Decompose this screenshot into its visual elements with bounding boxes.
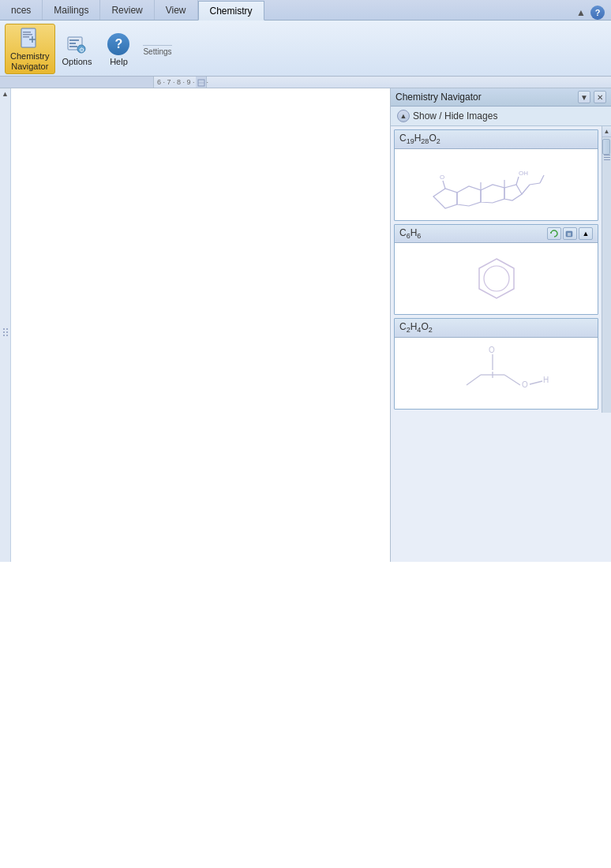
- settings-group-label: Settings: [143, 45, 171, 56]
- compound-entry-1: C19H28O2: [394, 129, 598, 220]
- panel-title-buttons: ▼ ✕: [578, 91, 606, 103]
- svg-line-18: [522, 185, 530, 194]
- compound-2-buttons: ▲: [547, 227, 593, 240]
- options-label: Options: [62, 57, 92, 67]
- chemistry-navigator-label: Chemistry Navigator: [10, 51, 50, 72]
- scroll-grip-lines: [604, 155, 610, 160]
- svg-text:H: H: [543, 376, 549, 384]
- ribbon-content: Chemistry Navigator ⚙ Options ?: [0, 21, 611, 76]
- panel-scroll-up[interactable]: ▲: [602, 126, 612, 137]
- show-hide-images[interactable]: ▲ Show / Hide Images: [391, 107, 611, 126]
- compound-entry-3: C2H4O2 O: [394, 318, 598, 409]
- svg-marker-17: [504, 185, 522, 200]
- panel-title: Chemistry Navigator: [395, 92, 482, 103]
- svg-text:O: O: [440, 174, 444, 181]
- compound-2-collapse-button[interactable]: ▲: [579, 227, 593, 240]
- document-area: [11, 88, 390, 562]
- svg-text:O: O: [489, 346, 495, 354]
- svg-line-21: [516, 177, 519, 185]
- svg-rect-8: [69, 43, 76, 44]
- ribbon-help-icon[interactable]: ?: [590, 6, 605, 20]
- tab-review[interactable]: Review: [100, 0, 154, 20]
- svg-rect-1: [23, 32, 31, 33]
- panel-scrollbar[interactable]: ▲: [602, 126, 611, 412]
- svg-line-19: [530, 183, 540, 185]
- compound-2-header: C6H6: [395, 225, 598, 243]
- main-area: ▲: [0, 88, 611, 562]
- info-icon: [565, 229, 575, 238]
- svg-text:⚙: ⚙: [79, 47, 84, 54]
- tab-chemistry[interactable]: Chemistry: [198, 1, 264, 21]
- help-icon: ?: [106, 32, 131, 57]
- compound-3-image: O O H: [395, 338, 598, 409]
- acetic-acid-molecule-svg: O O H: [433, 342, 560, 405]
- tab-nces[interactable]: nces: [0, 0, 43, 20]
- svg-marker-14: [433, 189, 457, 208]
- help-label: Help: [110, 57, 128, 67]
- svg-rect-9: [69, 46, 77, 47]
- compound-3-formula: C2H4O2: [399, 321, 433, 334]
- svg-line-41: [467, 375, 481, 385]
- benzene-molecule-svg: [457, 247, 536, 310]
- panel-titlebar: Chemistry Navigator ▼ ✕: [391, 88, 611, 107]
- svg-rect-0: [21, 28, 36, 47]
- compound-2-formula: C6H6: [399, 227, 421, 240]
- steroid-molecule-svg: OH O: [418, 153, 575, 216]
- compound-3-header: C2H4O2: [395, 319, 598, 337]
- show-hide-icon: ▲: [397, 110, 410, 122]
- left-scrollbar[interactable]: ▲: [0, 88, 11, 562]
- tab-mailings[interactable]: Mailings: [43, 0, 100, 20]
- svg-rect-7: [69, 39, 79, 41]
- svg-line-37: [504, 375, 520, 385]
- svg-line-20: [540, 175, 544, 183]
- compound-1-formula: C19H28O2: [399, 133, 440, 145]
- svg-marker-16: [481, 185, 504, 203]
- options-button[interactable]: ⚙ Options: [57, 29, 98, 69]
- panel-dropdown-button[interactable]: ▼: [578, 91, 590, 103]
- ruler-content: 6 · 7 · 8 · 9 · 10 ·: [154, 77, 611, 88]
- ruler-corner-icon: [197, 79, 205, 87]
- tab-view[interactable]: View: [155, 0, 198, 20]
- chemistry-navigator-icon: [17, 26, 43, 51]
- svg-rect-2: [23, 34, 32, 36]
- compound-2-image: [395, 243, 598, 314]
- svg-line-25: [443, 181, 445, 189]
- compound-2-refresh-button[interactable]: [547, 227, 561, 240]
- panel-close-button[interactable]: ✕: [594, 91, 606, 103]
- chemistry-navigator-button[interactable]: Chemistry Navigator: [5, 24, 55, 74]
- compound-1-header: C19H28O2: [395, 130, 598, 148]
- ribbon-minimize-icon[interactable]: ▲: [576, 7, 586, 18]
- svg-marker-15: [457, 186, 481, 206]
- compound-1-image: OH O: [395, 149, 598, 220]
- ribbon-separator: Settings: [143, 42, 171, 56]
- compound-entry-2: C6H6: [394, 224, 598, 315]
- scroll-grip: [3, 328, 8, 336]
- ruler: 6 · 7 · 8 · 9 · 10 ·: [0, 77, 611, 88]
- svg-text:O: O: [522, 380, 528, 389]
- panel-scroll-area: C19H28O2: [391, 126, 611, 412]
- options-icon: ⚙: [64, 32, 89, 57]
- show-hide-label: Show / Hide Images: [413, 110, 497, 122]
- scroll-up-arrow[interactable]: ▲: [0, 88, 11, 99]
- panel-scroll-thumb[interactable]: [602, 139, 610, 155]
- chemistry-navigator-panel: Chemistry Navigator ▼ ✕ ▲ Show / Hide Im…: [390, 88, 611, 562]
- svg-point-32: [484, 266, 509, 291]
- svg-rect-3: [23, 36, 29, 38]
- ribbon: nces Mailings Review View Chemistry ▲ ?: [0, 0, 611, 77]
- svg-text:OH: OH: [519, 170, 528, 177]
- ribbon-tabs-row: nces Mailings Review View Chemistry ▲ ?: [0, 0, 611, 21]
- help-button[interactable]: ? Help: [99, 29, 138, 69]
- panel-entries: C19H28O2: [391, 126, 602, 412]
- svg-line-39: [530, 381, 542, 384]
- compound-2-info-button[interactable]: [563, 227, 577, 240]
- refresh-icon: [549, 229, 559, 238]
